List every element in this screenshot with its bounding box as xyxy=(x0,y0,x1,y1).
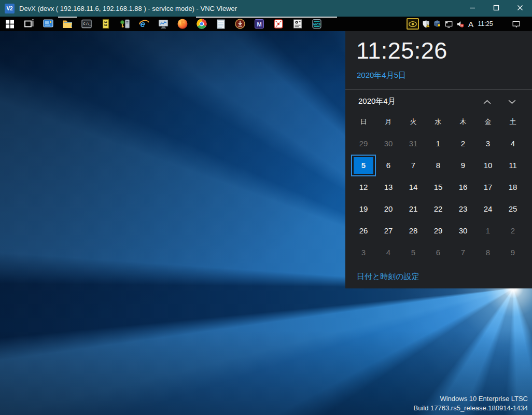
calendar-day[interactable]: 18 xyxy=(500,176,525,198)
vnc-app-icon: V2 xyxy=(5,4,15,13)
weekday-label: 月 xyxy=(376,116,401,128)
minimize-button[interactable] xyxy=(460,0,484,17)
calendar-day[interactable]: 28 xyxy=(401,220,426,242)
weekday-row: 日月火水木金土 xyxy=(351,116,525,128)
calendar-day[interactable]: 10 xyxy=(475,155,500,176)
clock-calendar-flyout: 11:25:26 2020年4月5日 2020年4月 日月火水木金土 29303… xyxy=(345,31,532,288)
calendar-day[interactable]: 6 xyxy=(426,242,451,264)
calendar-day[interactable]: 9 xyxy=(451,155,475,176)
chevron-up-icon xyxy=(483,99,492,106)
computer-key-icon xyxy=(119,18,131,30)
calendar-day[interactable]: 11 xyxy=(500,155,525,176)
volume-tray-button[interactable] xyxy=(454,17,466,31)
weekday-label: 金 xyxy=(475,116,500,128)
calendar-day[interactable]: 22 xyxy=(426,198,451,220)
calendar-day[interactable]: 13 xyxy=(376,176,401,198)
calendar-day[interactable]: 1 xyxy=(475,220,500,242)
calendar-day[interactable]: 9 xyxy=(500,242,525,264)
calendar-day[interactable]: 3 xyxy=(475,133,500,155)
taskbar-button-task-view[interactable] xyxy=(19,17,38,31)
dice-app-icon xyxy=(272,18,285,30)
flyout-divider xyxy=(345,89,532,90)
os-build-text: Build 17763.rs5_release.180914-1434 xyxy=(414,404,528,413)
taskbar-button-marktext[interactable]: M xyxy=(249,17,269,31)
calendar-day[interactable]: 1 xyxy=(426,133,451,155)
calendar-day[interactable]: 19 xyxy=(351,198,376,220)
calendar-month-label[interactable]: 2020年4月 xyxy=(358,96,396,106)
calendar-day[interactable]: 29 xyxy=(351,133,376,155)
taskbar-button-firefox[interactable] xyxy=(173,17,192,31)
taskbar-button-file-explorer[interactable] xyxy=(58,17,77,31)
taskbar-button-start[interactable] xyxy=(0,17,19,31)
desktop-wallpaper[interactable]: Windows 10 Enterprise LTSC Build 17763.r… xyxy=(0,31,532,415)
command-prompt-icon: C:\_ xyxy=(80,18,93,30)
cube-icon xyxy=(432,19,442,29)
calendar-day[interactable]: 5 xyxy=(401,242,426,264)
action-center-button[interactable] xyxy=(510,17,522,31)
network-tray-button[interactable] xyxy=(443,17,454,31)
taskbar-button-dice-app[interactable] xyxy=(269,17,288,31)
calendar-day[interactable]: 8 xyxy=(475,242,500,264)
calendar-day[interactable]: 4 xyxy=(500,133,525,155)
calendar-day[interactable]: 31 xyxy=(401,133,426,155)
prev-month-button[interactable] xyxy=(479,94,495,110)
calendar-day-selected[interactable]: 5 xyxy=(351,155,376,176)
calendar-day[interactable]: 30 xyxy=(451,220,475,242)
calendar-day[interactable]: 17 xyxy=(475,176,500,198)
calendar-day[interactable]: 14 xyxy=(401,176,426,198)
taskbar-button-device-cabinet[interactable] xyxy=(96,17,115,31)
calendar-day[interactable]: 6 xyxy=(376,155,401,176)
calendar-day[interactable]: 4 xyxy=(376,242,401,264)
vnc-titlebar[interactable]: V2 DevX (devx ( 192.168.11.6, 192.168.1.… xyxy=(0,0,532,17)
vnc-server-tray-button[interactable] xyxy=(405,17,420,31)
calendar-day[interactable]: 3 xyxy=(351,242,376,264)
taskbar-button-internet-explorer[interactable]: e xyxy=(134,17,153,31)
taskbar-button-command-prompt[interactable]: C:\_ xyxy=(77,17,96,31)
taskbar-button-chrome[interactable] xyxy=(192,17,211,31)
calendar-day[interactable]: 2 xyxy=(451,133,475,155)
calendar-day[interactable]: 7 xyxy=(401,155,426,176)
calendar-day[interactable]: 2 xyxy=(500,220,525,242)
calendar-day[interactable]: 25 xyxy=(500,198,525,220)
taskbar-button-clipboard-tool[interactable] xyxy=(288,17,307,31)
defender-tray-button[interactable] xyxy=(420,17,431,31)
ime-mode-button[interactable]: A xyxy=(466,17,476,31)
open-window-indicator xyxy=(58,17,77,18)
action-center-icon xyxy=(511,19,521,29)
cube-tray-button[interactable] xyxy=(431,17,443,31)
taskbar-button-mics-app[interactable]: MICS xyxy=(307,17,326,31)
maximize-button[interactable] xyxy=(484,0,508,17)
shield-warning-icon xyxy=(421,19,431,29)
os-version-info: Windows 10 Enterprise LTSC Build 17763.r… xyxy=(414,394,528,413)
calendar-day[interactable]: 24 xyxy=(475,198,500,220)
calendar-day[interactable]: 26 xyxy=(351,220,376,242)
calendar-day[interactable]: 20 xyxy=(376,198,401,220)
calendar-day[interactable]: 27 xyxy=(376,220,401,242)
chevron-down-icon xyxy=(508,99,516,106)
calendar-day[interactable]: 15 xyxy=(426,176,451,198)
calendar-day[interactable]: 21 xyxy=(401,198,426,220)
calendar-day[interactable]: 23 xyxy=(451,198,475,220)
calendar-day[interactable]: 12 xyxy=(351,176,376,198)
taskbar-button-display-settings[interactable] xyxy=(38,17,58,31)
close-button[interactable] xyxy=(508,0,532,17)
taskbar-button-notepad[interactable] xyxy=(211,17,230,31)
weekday-label: 日 xyxy=(351,116,376,128)
taskbar-button-downloader[interactable] xyxy=(230,17,249,31)
calendar-grid: 2930311234567891011121314151617181920212… xyxy=(351,133,525,264)
calendar-day[interactable]: 7 xyxy=(451,242,475,264)
marktext-icon: M xyxy=(253,18,265,30)
internet-explorer-icon: e xyxy=(138,18,150,30)
file-explorer-icon xyxy=(61,18,74,30)
calendar-day[interactable]: 29 xyxy=(426,220,451,242)
date-time-settings-link[interactable]: 日付と時刻の設定 xyxy=(357,272,419,282)
taskbar-button-computer-key[interactable] xyxy=(115,17,134,31)
chrome-icon xyxy=(195,18,208,30)
tray-clock[interactable]: 11:25 xyxy=(476,17,495,31)
calendar-day[interactable]: 8 xyxy=(426,155,451,176)
taskbar-button-performance-monitor[interactable] xyxy=(153,17,173,31)
flyout-date: 2020年4月5日 xyxy=(357,71,406,80)
next-month-button[interactable] xyxy=(504,94,520,110)
calendar-day[interactable]: 16 xyxy=(451,176,475,198)
calendar-day[interactable]: 30 xyxy=(376,133,401,155)
